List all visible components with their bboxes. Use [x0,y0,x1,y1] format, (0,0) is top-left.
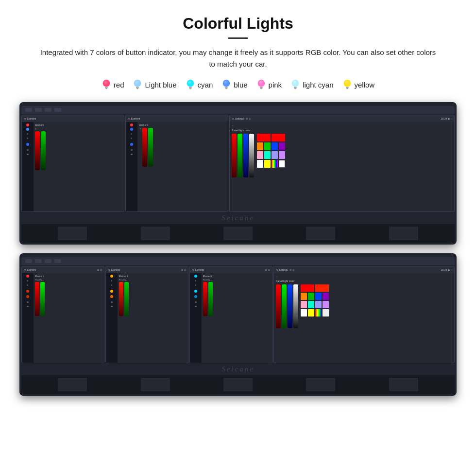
housing-bump-b4 [54,259,61,263]
sw-r2 [272,134,285,141]
bs1-m1: ≡ [27,279,29,282]
bs2-header: ⌂ Element ⊞ ⊡ [106,266,188,273]
cyan-bulb-icon [186,79,195,90]
bs4-sw2 [315,284,329,292]
housing-bump-3 [45,108,51,112]
bs1-s1: ⊕ [27,300,29,303]
bs3-s2: ⊕ [195,305,197,308]
bs1-panel-lbl: Panel lig... [35,279,102,281]
color-item-cyan: cyan [186,79,213,90]
sw-ye [264,160,271,168]
bs3-m1: ≡ [195,279,196,282]
bs2-m1: ≡ [111,279,112,282]
sw-bl [272,142,278,150]
s1-menu: ≡ [27,132,29,135]
pink-bulb-icon [256,79,266,90]
screen3-home: ⌂ [232,117,234,121]
mount-b1 [58,378,87,391]
svg-point-1 [102,80,110,87]
bs4-home: ⌂ [276,268,278,272]
screen3-swatches-area [257,134,285,177]
screen3-wifi: ◎ [249,117,251,120]
s1-dot3: ≡ [27,137,29,140]
sw-r1 [257,134,271,141]
bs4-sw-ye [308,309,314,316]
title-section: Colorful Lights Integrated with 7 colors… [19,15,457,70]
cyan-label: cyan [198,81,213,89]
s2-menu2: ≡ [131,137,133,140]
bs3-s1: ⊕ [195,300,197,303]
bottom-housing-ridge [21,257,455,265]
s2-set2: ⊕ [131,153,133,156]
bs1-m2: ≡ [27,283,29,286]
bs1-d2 [26,290,29,293]
bs3-sidebar: ≡ ≡ ⊕ ⊕ [190,273,202,363]
color-item-lightcyan: light cyan [290,79,333,90]
bottom-screens-row: ⌂ Element ⊞ ⊡ ≡ ≡ ⊕ ⊕ [21,266,455,363]
bs3-m2: ≡ [195,283,196,286]
bs1-sliders [35,282,102,316]
color-item-red: red [102,79,124,90]
top-screen-1: ⌂ Element ≡ ≡ ⊕ ⊕ [21,115,124,212]
housing-bump-b1 [25,259,32,263]
s2-set1: ⊕ [131,148,133,151]
bottom-device-unit: ⌂ Element ⊞ ⊡ ≡ ≡ ⊕ ⊕ [19,253,457,396]
pink-label: pink [269,81,282,89]
bs1-main: Element Panel lig... [34,273,104,363]
top-screen-3: ⌂ Settings ⚙ ◎ 20:24 ▶ □ ← Panel light c… [229,115,455,212]
yellow-label: yellow [355,81,375,89]
mount-t3 [223,227,253,240]
bs4-sw-lpu [323,301,329,308]
bs4-color-area [276,284,452,328]
screen1-panel-label: P... [35,128,46,130]
svg-point-21 [292,80,299,87]
slider-red-1 [35,131,40,170]
red-bulb-icon [102,79,111,90]
color-item-blue: blue [221,79,247,90]
screen2-header: ⌂ Element [126,115,228,122]
svg-point-5 [134,80,141,87]
svg-rect-15 [225,88,227,89]
bs4-sw1 [301,284,314,292]
description-text: Integrated with 7 colors of button indic… [39,47,437,70]
svg-point-13 [223,80,230,87]
svg-point-25 [343,80,351,87]
bs2-element-label: Element [119,275,187,278]
s3-slider-b [243,134,248,177]
red-label: red [114,81,124,89]
sw-lpu [279,151,285,159]
bs1-icons: ⊞ ⊡ [97,268,102,271]
color-row: red Light blue [19,79,457,90]
s3-slider-g [238,134,242,177]
bs3-body: ≡ ≡ ⊕ ⊕ Element Panel lig... [190,273,272,363]
bs4-back: ← [276,275,452,278]
bs2-panel-lbl: Panel lig... [119,279,187,281]
bs4-body: ← Panel light color [274,273,454,363]
sw-gr [264,142,271,150]
screen3-color-area [232,134,452,177]
bs4-sw-pk [301,301,307,308]
svg-rect-3 [105,88,107,89]
screen1-title: Element [27,117,36,120]
bs4-sl-w [293,284,298,328]
s3-slider-r [232,134,237,177]
bs1-sl-r [35,282,39,316]
bs4-sw-lbl [315,301,322,308]
bs4-sw-wh2 [323,309,329,316]
screen1-sliders [35,131,46,170]
mount-t1 [58,227,87,240]
s1-settings2: ⊕ [27,153,29,156]
screen3-back: ← [232,124,452,127]
sw-wh2 [279,160,285,168]
screen1-sidebar: ≡ ≡ ⊕ ⊕ [22,122,34,211]
bs4-sliders-set [276,284,298,328]
slider-red-2 [142,128,147,167]
screen3-title: Settings [235,117,244,120]
bs4-sw-cy [308,301,314,308]
bs2-sl-g [124,282,129,316]
sw-pk [257,151,263,159]
sw-multi [272,160,278,168]
sw-or [257,142,263,150]
bs2-d1 [110,275,113,278]
slider-green-1 [41,131,46,170]
